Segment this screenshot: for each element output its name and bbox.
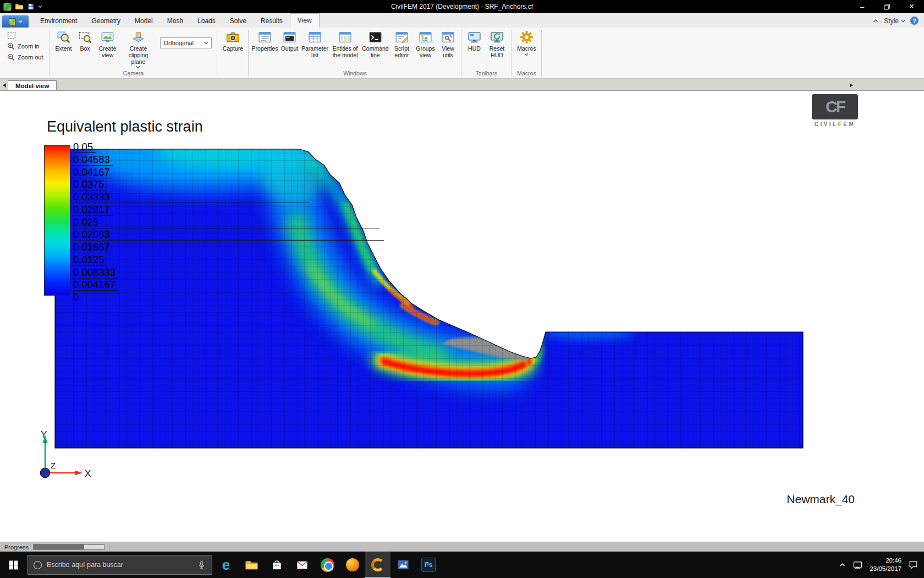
tray-expand-icon[interactable] — [839, 561, 846, 569]
app-menu-icon[interactable] — [3, 3, 12, 11]
civilfem-logo: CF CIVILFEM — [812, 94, 858, 127]
result-title: Equivalent plastic strain — [47, 118, 203, 135]
taskbar-app-chrome[interactable] — [315, 552, 340, 578]
properties-window-icon — [258, 30, 272, 44]
tab-geometry[interactable]: Geometry — [84, 14, 128, 28]
taskbar-app-edge[interactable]: e — [213, 552, 239, 578]
save-button[interactable] — [27, 3, 35, 10]
taskbar-app-civilfem[interactable] — [365, 552, 391, 578]
macros-button[interactable]: Macros — [514, 29, 539, 57]
app-caret-icon — [18, 19, 23, 24]
axis-triad: Y X Z — [24, 429, 96, 495]
network-icon[interactable] — [853, 560, 863, 570]
civilfem-app-icon — [371, 558, 384, 571]
taskbar-app-photoshop[interactable]: Ps — [416, 552, 441, 578]
groups-view-button[interactable]: Groups view — [414, 29, 437, 59]
clock-date: 23/05/2017 — [870, 565, 901, 573]
reset-hud-icon — [490, 30, 504, 44]
microphone-icon[interactable] — [197, 560, 206, 570]
capture-group: Capture — [218, 29, 247, 78]
zoom-in-button[interactable]: Zoom in — [6, 41, 45, 51]
help-button[interactable]: ? — [910, 17, 919, 25]
output-button[interactable]: Output — [278, 29, 300, 52]
taskbar-app-photos[interactable] — [391, 552, 416, 578]
windows-group: Properties Output Parameter list Entitie… — [250, 29, 460, 78]
zoom-group: Zoom in Zoom out — [2, 29, 48, 78]
tab-loads[interactable]: Loads — [190, 14, 223, 28]
media-app-icon — [346, 558, 359, 571]
camera-group-label: Camera — [52, 69, 215, 78]
tab-model[interactable]: Model — [128, 14, 160, 28]
tab-view[interactable]: View — [290, 13, 320, 28]
collapse-ribbon-icon[interactable] — [872, 18, 879, 24]
ribbon-tab-bar: Environment Geometry Model Mesh Loads So… — [0, 13, 924, 28]
open-file-button[interactable] — [15, 2, 24, 11]
macros-caret-icon — [524, 52, 529, 57]
extent-button[interactable]: Extent — [52, 29, 75, 52]
zoom-in-icon — [7, 42, 15, 50]
parameter-list-button[interactable]: Parameter list — [300, 29, 329, 59]
fem-mesh-canvas[interactable] — [47, 140, 811, 454]
create-view-button[interactable]: Create view — [95, 29, 120, 59]
axis-z-label: Z — [51, 461, 56, 470]
windows-logo-icon — [9, 560, 18, 570]
box-zoom-icon — [78, 30, 92, 44]
system-tray: 20:46 23/05/2017 — [839, 552, 924, 578]
reset-hud-button[interactable]: Reset HUD — [485, 29, 509, 59]
progress-fill — [34, 544, 84, 549]
civilfem-mini-logo-icon — [9, 18, 16, 25]
view-utils-button[interactable]: View utils — [437, 29, 459, 59]
windows-group-label: Windows — [251, 69, 459, 78]
document-tab-bar: Model view — [0, 79, 924, 91]
taskbar-app-file-explorer[interactable] — [239, 552, 264, 578]
command-line-button[interactable]: Command line — [361, 29, 389, 59]
capture-button[interactable]: Capture — [219, 29, 246, 52]
quick-access-caret-icon[interactable] — [38, 4, 42, 9]
taskbar-clock[interactable]: 20:46 23/05/2017 — [870, 557, 901, 573]
camera-icon — [226, 30, 240, 44]
zoom-window-button[interactable] — [6, 30, 45, 40]
ribbon: Zoom in Zoom out Extent Box Create view … — [0, 28, 924, 79]
properties-button[interactable]: Properties — [251, 29, 278, 52]
action-center-icon[interactable] — [908, 560, 919, 570]
tab-mesh[interactable]: Mesh — [160, 14, 190, 28]
progress-label: Progress — [4, 544, 29, 550]
civilfem-logo-icon: CF — [812, 94, 858, 119]
application-button[interactable] — [2, 15, 29, 28]
taskbar: e Ps 20:46 23/05/2017 — [0, 552, 924, 578]
entities-window-icon — [338, 30, 352, 44]
close-button[interactable]: × — [899, 0, 924, 13]
gear-icon — [520, 30, 534, 44]
restore-button[interactable] — [875, 0, 899, 13]
toolbars-group-label: Toolbars — [464, 69, 509, 78]
macros-group: Macros Macros — [513, 29, 540, 78]
tab-scroll-right-icon[interactable] — [850, 83, 853, 88]
chrome-icon — [321, 558, 334, 572]
projection-dropdown[interactable]: Orthogonal — [160, 37, 212, 48]
box-zoom-button[interactable]: Box — [75, 29, 95, 52]
taskbar-search[interactable] — [28, 555, 212, 575]
statusbar-divider — [109, 544, 109, 550]
tab-environment[interactable]: Environment — [33, 14, 84, 28]
script-editor-button[interactable]: Script editor — [389, 29, 414, 59]
search-input[interactable] — [47, 561, 192, 569]
style-menu[interactable]: Style — [884, 17, 905, 25]
taskbar-app-store[interactable] — [264, 552, 289, 578]
entities-of-model-button[interactable]: Entities of the model — [329, 29, 361, 59]
tab-model-view[interactable]: Model view — [8, 80, 57, 90]
zoom-out-icon — [7, 53, 15, 61]
taskbar-app-mail[interactable] — [289, 552, 315, 578]
taskbar-app-media[interactable] — [340, 552, 365, 578]
clipping-caret-icon — [136, 65, 140, 69]
hud-button[interactable]: HUD — [464, 29, 485, 52]
script-editor-icon — [395, 30, 409, 44]
create-clipping-plane-button[interactable]: Create clipping plane — [120, 29, 156, 69]
tab-results[interactable]: Results — [254, 14, 290, 28]
window-title: CivilFEM 2017 (Development) - SRF_Anchor… — [0, 3, 924, 10]
tab-scroll-left-icon[interactable] — [3, 83, 6, 88]
tab-solve[interactable]: Solve — [223, 14, 254, 28]
start-button[interactable] — [0, 552, 26, 578]
zoom-out-button[interactable]: Zoom out — [6, 52, 45, 62]
parameter-table-icon — [308, 30, 322, 44]
minimize-button[interactable]: – — [850, 0, 875, 13]
